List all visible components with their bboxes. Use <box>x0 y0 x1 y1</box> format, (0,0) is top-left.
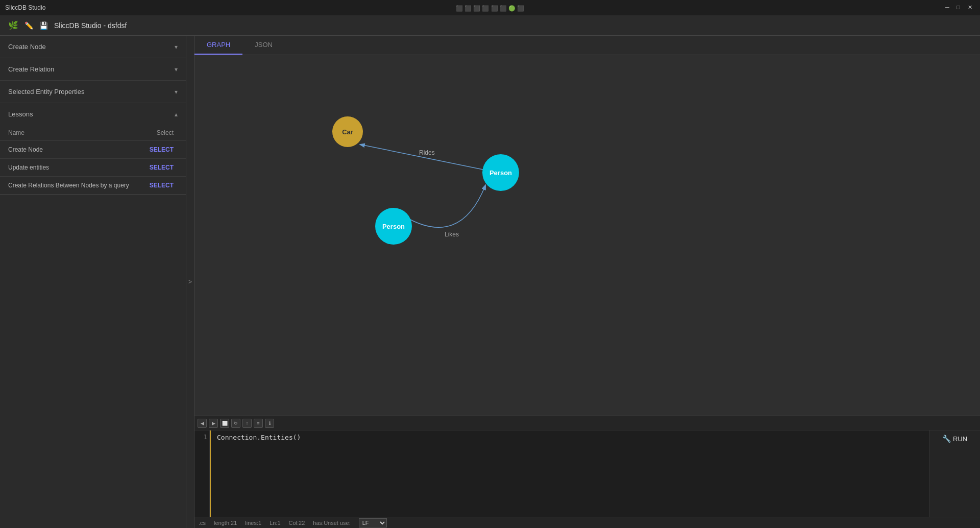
lessons-chevron: ▴ <box>175 111 178 118</box>
svg-line-1 <box>360 145 485 170</box>
sidebar-section-create-node: Create Node ▾ <box>0 36 186 58</box>
editor-tool-forward[interactable]: ▶ <box>209 419 218 428</box>
svg-text:Car: Car <box>342 128 353 136</box>
run-panel: 🔧 RUN <box>929 430 980 517</box>
svg-text:Person: Person <box>382 223 405 230</box>
graph-canvas[interactable]: Rides Likes Car Person Person <box>194 55 980 416</box>
length-info: length:21 <box>214 520 237 526</box>
os-title-center: ⬛ ⬛ ⬛ ⬛ ⬛ ⬛ 🟢 ⬛ <box>456 4 524 12</box>
sidebar-section-entity-props: Selected Entity Properties ▾ <box>0 81 186 103</box>
lessons-content: Name Select Create NodeSELECTUpdate enti… <box>0 125 186 195</box>
editor-tool-format[interactable]: ≡ <box>254 419 263 428</box>
run-label: RUN <box>953 435 967 443</box>
tab-graph[interactable]: GRAPH <box>194 36 242 55</box>
lesson-select-btn[interactable]: SELECT <box>140 159 186 177</box>
lesson-select-btn[interactable]: SELECT <box>140 141 186 159</box>
right-panel: GRAPH JSON Rides Likes <box>194 36 980 528</box>
lesson-name: Create Node <box>0 141 140 159</box>
entity-props-header[interactable]: Selected Entity Properties ▾ <box>0 81 186 103</box>
os-app-label: SliccDB Studio <box>5 4 45 11</box>
app-title: SliccDB Studio - dsfdsf <box>54 21 127 30</box>
table-row: Create Relations Between Nodes by a quer… <box>0 177 186 195</box>
lesson-name: Update entities <box>0 159 140 177</box>
editor-tool-refresh[interactable]: ↻ <box>231 419 240 428</box>
line-numbers: 1 <box>194 430 210 517</box>
run-icon: 🔧 <box>942 435 951 443</box>
lesson-select-btn[interactable]: SELECT <box>140 177 186 195</box>
create-node-header[interactable]: Create Node ▾ <box>0 36 186 58</box>
ln-info: Ln:1 <box>270 520 280 526</box>
editor-tool-run-small[interactable]: ⬜ <box>220 419 229 428</box>
main-layout: Create Node ▾ Create Relation ▾ Selected… <box>0 36 980 528</box>
code-editor[interactable] <box>210 430 929 517</box>
col-info: Col:22 <box>289 520 305 526</box>
svg-text:Person: Person <box>489 169 512 177</box>
editor-tool-back[interactable]: ◀ <box>198 419 207 428</box>
sidebar-collapse-handle[interactable]: > <box>186 36 194 528</box>
sidebar-section-lessons: Lessons ▴ Name Select Create NodeSELECTU… <box>0 103 186 195</box>
run-button[interactable]: 🔧 RUN <box>942 435 967 443</box>
sidebar: Create Node ▾ Create Relation ▾ Selected… <box>0 36 186 528</box>
editor-tool-upload[interactable]: ↑ <box>242 419 252 428</box>
status-bar: .cs length:21 lines:1 Ln:1 Col:22 has:Un… <box>194 517 980 528</box>
tab-json[interactable]: JSON <box>242 36 285 55</box>
close-button[interactable]: ✕ <box>968 4 975 11</box>
tabs-bar: GRAPH JSON <box>194 36 980 55</box>
os-titlebar-icons: SliccDB Studio <box>5 4 45 11</box>
create-relation-label: Create Relation <box>8 65 54 73</box>
lessons-header[interactable]: Lessons ▴ <box>0 103 186 125</box>
lesson-name: Create Relations Between Nodes by a quer… <box>0 177 140 195</box>
collapse-icon: > <box>188 278 192 285</box>
has-info: has:Unset use: <box>313 520 350 526</box>
pencil-icon[interactable]: ✏️ <box>24 21 33 30</box>
create-relation-chevron: ▾ <box>175 66 178 73</box>
line-number-1: 1 <box>197 434 207 441</box>
editor-tool-info[interactable]: ℹ <box>265 419 274 428</box>
save-icon[interactable]: 💾 <box>39 21 48 30</box>
svg-text:Likes: Likes <box>445 231 459 238</box>
bottom-panel: ◀ ▶ ⬜ ↻ ↑ ≡ ℹ 1 🔧 RUN <box>194 416 980 528</box>
entity-props-chevron: ▾ <box>175 88 178 95</box>
editor-toolbar: ◀ ▶ ⬜ ↻ ↑ ≡ ℹ <box>194 416 980 430</box>
col-select-header: Select <box>140 125 186 141</box>
file-ext: .cs <box>199 520 206 526</box>
table-row: Update entitiesSELECT <box>0 159 186 177</box>
maximize-button[interactable]: □ <box>957 4 964 11</box>
lf-select[interactable]: LFCRLFCR <box>359 518 387 527</box>
app-titlebar: 🌿 ✏️ 💾 SliccDB Studio - dsfdsf <box>0 15 980 36</box>
create-relation-header[interactable]: Create Relation ▾ <box>0 58 186 80</box>
graph-svg: Rides Likes Car Person Person <box>194 55 980 416</box>
app-icon-leaf: 🌿 <box>8 20 18 30</box>
create-node-label: Create Node <box>8 43 46 51</box>
create-node-chevron: ▾ <box>175 43 178 51</box>
lessons-table: Name Select Create NodeSELECTUpdate enti… <box>0 125 186 195</box>
lines-info: lines:1 <box>245 520 261 526</box>
col-name-header: Name <box>0 125 140 141</box>
window-controls[interactable]: ─ □ ✕ <box>945 4 975 11</box>
table-row: Create NodeSELECT <box>0 141 186 159</box>
svg-text:Rides: Rides <box>419 149 435 156</box>
entity-props-label: Selected Entity Properties <box>8 88 85 95</box>
os-titlebar: SliccDB Studio ⬛ ⬛ ⬛ ⬛ ⬛ ⬛ 🟢 ⬛ ─ □ ✕ <box>0 0 980 15</box>
minimize-button[interactable]: ─ <box>945 4 952 11</box>
editor-content: 1 🔧 RUN <box>194 430 980 517</box>
sidebar-section-create-relation: Create Relation ▾ <box>0 58 186 81</box>
lessons-label: Lessons <box>8 110 33 118</box>
